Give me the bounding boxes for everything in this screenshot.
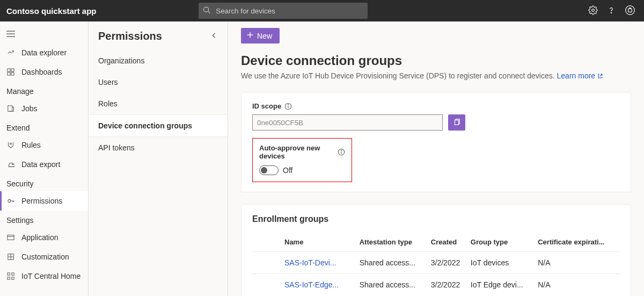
hamburger-icon[interactable]: [0, 26, 88, 43]
new-button[interactable]: New: [241, 28, 280, 44]
svg-rect-9: [8, 69, 10, 71]
sidebar-item-jobs[interactable]: Jobs: [0, 99, 88, 118]
sidebar-item-label: Jobs: [21, 104, 38, 113]
sidebar-item-rules[interactable]: Rules: [0, 135, 88, 155]
row-cert: N/A: [536, 252, 620, 274]
info-icon[interactable]: [338, 148, 345, 156]
table-row[interactable]: SAS-IoT-Devi... Shared access... 3/2/202…: [252, 252, 620, 274]
secondary-item-roles[interactable]: Roles: [89, 93, 228, 114]
sidebar-item-customization[interactable]: Customization: [0, 247, 88, 266]
sidebar-item-permissions[interactable]: Permissions: [0, 191, 88, 211]
collapse-icon[interactable]: [210, 32, 218, 41]
secondary-item-users[interactable]: Users: [89, 71, 228, 93]
svg-point-29: [288, 104, 289, 105]
row-created: 3/2/2022: [429, 274, 469, 296]
topbar: Contoso quickstart app: [0, 0, 644, 21]
svg-rect-21: [8, 273, 10, 275]
sidebar-item-label: Application: [21, 233, 58, 242]
info-icon[interactable]: [284, 103, 292, 110]
svg-rect-11: [8, 73, 10, 75]
search-input[interactable]: [199, 3, 368, 19]
sidebar-item-label: IoT Central Home: [21, 272, 80, 280]
svg-rect-24: [12, 277, 14, 279]
secondary-sidebar: Permissions Organizations Users Roles De…: [89, 21, 228, 296]
svg-rect-30: [455, 120, 459, 125]
svg-rect-16: [8, 235, 14, 240]
page-subtitle: We use the Azure IoT Hub Device Provisio…: [241, 71, 631, 80]
sidebar-section-manage: Manage: [0, 82, 88, 99]
id-scope-input[interactable]: [252, 114, 443, 131]
application-icon: [6, 234, 15, 241]
table-row[interactable]: SAS-IoT-Edge... Shared access... 3/2/202…: [252, 274, 620, 296]
page-title: Device connection groups: [241, 53, 631, 68]
enrollment-card: Enrollment groups Name Attestation type …: [241, 204, 631, 296]
plus-icon: [246, 31, 254, 40]
learn-more-link[interactable]: Learn more: [557, 71, 603, 80]
svg-point-33: [341, 150, 341, 150]
main-content: New Device connection groups We use the …: [228, 21, 644, 296]
sidebar-item-label: Data explorer: [21, 48, 67, 57]
copy-button[interactable]: [448, 114, 465, 131]
auto-approve-toggle[interactable]: [259, 165, 279, 175]
col-created[interactable]: Created: [429, 233, 469, 252]
sidebar-section-extend: Extend: [0, 118, 88, 135]
row-gtype: IoT Edge devi...: [469, 274, 536, 296]
sidebar-item-label: Data export: [21, 160, 60, 169]
auto-approve-state: Off: [283, 166, 292, 175]
data-explorer-icon: [6, 49, 15, 56]
settings-icon[interactable]: [588, 5, 598, 17]
svg-rect-22: [12, 273, 14, 275]
svg-rect-5: [628, 9, 632, 12]
col-attestation[interactable]: Attestation type: [357, 233, 429, 252]
copy-icon: [453, 118, 460, 127]
topbar-actions: [588, 5, 638, 17]
col-name[interactable]: Name: [252, 233, 357, 252]
sidebar-section-settings: Settings: [0, 211, 88, 228]
table-header-row: Name Attestation type Created Group type…: [252, 233, 620, 252]
search-wrap: [199, 3, 368, 19]
auto-approve-highlight: Auto-approve new devices Off: [252, 138, 352, 182]
svg-rect-23: [8, 277, 10, 279]
svg-rect-10: [11, 69, 14, 71]
svg-rect-12: [11, 73, 14, 75]
secondary-item-organizations[interactable]: Organizations: [89, 50, 228, 71]
svg-point-15: [8, 199, 11, 202]
sidebar-item-data-explorer[interactable]: Data explorer: [0, 43, 88, 62]
svg-rect-13: [8, 106, 12, 112]
help-icon[interactable]: [606, 5, 616, 17]
id-scope-card: ID scope Auto-approve new devices Off: [241, 92, 631, 192]
secondary-item-api-tokens[interactable]: API tokens: [89, 137, 228, 158]
secondary-header: Permissions: [98, 30, 162, 42]
sidebar-item-iot-central-home[interactable]: IoT Central Home: [0, 266, 88, 286]
row-att: Shared access...: [357, 274, 429, 296]
sidebar-item-label: Permissions: [21, 197, 62, 205]
row-cert: N/A: [536, 274, 620, 296]
rules-icon: [6, 141, 15, 149]
enrollment-header: Enrollment groups: [252, 214, 620, 224]
iot-home-icon: [6, 272, 15, 280]
svg-point-2: [592, 9, 595, 11]
sidebar-item-data-export[interactable]: Data export: [0, 155, 88, 174]
row-name-link[interactable]: SAS-IoT-Edge...: [252, 274, 357, 296]
sidebar-item-label: Rules: [21, 141, 41, 149]
app-title: Contoso quickstart app: [6, 6, 97, 16]
row-created: 3/2/2022: [429, 252, 469, 274]
permissions-icon: [6, 197, 15, 205]
secondary-item-device-connection-groups[interactable]: Device connection groups: [89, 114, 228, 137]
briefcase-icon[interactable]: [625, 5, 635, 17]
jobs-icon: [6, 105, 15, 112]
sidebar-section-security: Security: [0, 174, 88, 191]
enrollment-table: Name Attestation type Created Group type…: [252, 233, 620, 295]
row-gtype: IoT devices: [469, 252, 536, 274]
auto-approve-label: Auto-approve new devices: [259, 144, 334, 160]
dashboards-icon: [6, 68, 15, 76]
svg-point-3: [611, 12, 611, 13]
row-name-link[interactable]: SAS-IoT-Devi...: [252, 252, 357, 274]
sidebar-item-dashboards[interactable]: Dashboards: [0, 62, 88, 82]
sidebar-item-label: Dashboards: [21, 68, 62, 76]
external-link-icon: [597, 71, 603, 80]
col-group-type[interactable]: Group type: [469, 233, 536, 252]
sidebar-item-application[interactable]: Application: [0, 228, 88, 247]
col-cert-exp[interactable]: Certificate expirati...: [536, 233, 620, 252]
sidebar-item-label: Customization: [21, 252, 69, 261]
